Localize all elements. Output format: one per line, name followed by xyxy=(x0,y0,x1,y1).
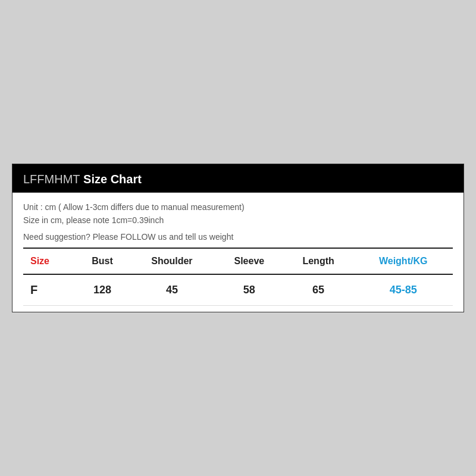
col-header-length: Length xyxy=(283,248,353,274)
cell-size: F xyxy=(23,274,76,306)
card-body: Unit : cm ( Allow 1-3cm differs due to m… xyxy=(12,193,464,312)
cell-shoulder: 45 xyxy=(129,274,215,306)
chart-title: Size Chart xyxy=(80,173,142,186)
suggestion-note: Need suggestion? Please FOLLOW us and te… xyxy=(23,232,453,242)
col-header-bust: Bust xyxy=(76,248,129,274)
col-header-sleeve: Sleeve xyxy=(215,248,283,274)
card-header: LFFMHMT Size Chart xyxy=(12,164,464,193)
table-wrapper: Size Bust Shoulder Sleeve Length Weight/… xyxy=(23,248,453,306)
col-header-shoulder: Shoulder xyxy=(129,248,215,274)
col-header-weight: Weight/KG xyxy=(353,248,453,274)
size-chart-card: LFFMHMT Size Chart Unit : cm ( Allow 1-3… xyxy=(12,164,464,312)
brand-name: LFFMHMT xyxy=(23,173,80,186)
cell-weight: 45-85 xyxy=(353,274,453,306)
table-header-row: Size Bust Shoulder Sleeve Length Weight/… xyxy=(23,248,453,274)
table-row: F 128 45 58 65 45-85 xyxy=(23,274,453,306)
col-header-size: Size xyxy=(23,248,76,274)
cell-sleeve: 58 xyxy=(215,274,283,306)
size-table: Size Bust Shoulder Sleeve Length Weight/… xyxy=(23,248,453,306)
cell-length: 65 xyxy=(283,274,353,306)
card-title: LFFMHMT Size Chart xyxy=(23,173,453,186)
conversion-note: Size in cm, please note 1cm=0.39inch xyxy=(23,215,453,225)
cell-bust: 128 xyxy=(76,274,129,306)
unit-note: Unit : cm ( Allow 1-3cm differs due to m… xyxy=(23,202,453,212)
